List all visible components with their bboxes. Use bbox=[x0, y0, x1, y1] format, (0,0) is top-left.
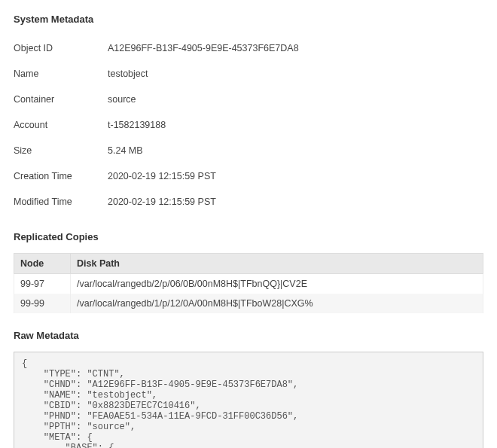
meta-row: Object ID A12E96FF-B13F-4905-9E9E-45373F… bbox=[14, 35, 483, 61]
system-metadata-heading: System Metadata bbox=[14, 14, 483, 25]
meta-label: Container bbox=[14, 94, 108, 105]
table-row: 99-99 /var/local/rangedb/1/p/12/0A/00nM8… bbox=[14, 294, 483, 313]
meta-label: Name bbox=[14, 69, 108, 79]
meta-label: Size bbox=[14, 145, 108, 156]
meta-value: 5.24 MB bbox=[108, 145, 143, 156]
meta-label: Modified Time bbox=[14, 197, 108, 207]
meta-value: source bbox=[108, 94, 136, 105]
meta-value: 2020-02-19 12:15:59 PST bbox=[108, 171, 216, 181]
meta-row: Account t-1582139188 bbox=[14, 112, 483, 138]
meta-value: testobject bbox=[108, 69, 148, 79]
meta-value: A12E96FF-B13F-4905-9E9E-45373F6E7DA8 bbox=[108, 43, 299, 53]
meta-row: Size 5.24 MB bbox=[14, 138, 483, 163]
meta-row: Modified Time 2020-02-19 12:15:59 PST bbox=[14, 189, 483, 215]
raw-metadata-box[interactable]: { "TYPE": "CTNT", "CHND": "A12E96FF-B13F… bbox=[14, 352, 483, 448]
meta-label: Object ID bbox=[14, 43, 108, 53]
column-header-disk-path: Disk Path bbox=[71, 254, 483, 274]
meta-row: Container source bbox=[14, 87, 483, 112]
meta-row: Name testobject bbox=[14, 61, 483, 87]
replicated-copies-heading: Replicated Copies bbox=[14, 231, 483, 242]
table-row: 99-97 /var/local/rangedb/2/p/06/0B/00nM8… bbox=[14, 274, 483, 294]
meta-value: 2020-02-19 12:15:59 PST bbox=[108, 197, 216, 207]
column-header-node: Node bbox=[14, 254, 71, 274]
cell-node: 99-97 bbox=[14, 274, 71, 294]
meta-label: Account bbox=[14, 120, 108, 130]
meta-value: t-1582139188 bbox=[108, 120, 166, 130]
cell-node: 99-99 bbox=[14, 294, 71, 313]
raw-metadata-heading: Raw Metadata bbox=[14, 330, 483, 341]
replicated-copies-table: Node Disk Path 99-97 /var/local/rangedb/… bbox=[14, 253, 483, 313]
system-metadata-list: Object ID A12E96FF-B13F-4905-9E9E-45373F… bbox=[14, 35, 483, 215]
cell-disk-path: /var/local/rangedb/1/p/12/0A/00nM8H$|TFb… bbox=[71, 294, 483, 313]
meta-label: Creation Time bbox=[14, 171, 108, 181]
meta-row: Creation Time 2020-02-19 12:15:59 PST bbox=[14, 163, 483, 189]
cell-disk-path: /var/local/rangedb/2/p/06/0B/00nM8H$|TFb… bbox=[71, 274, 483, 294]
